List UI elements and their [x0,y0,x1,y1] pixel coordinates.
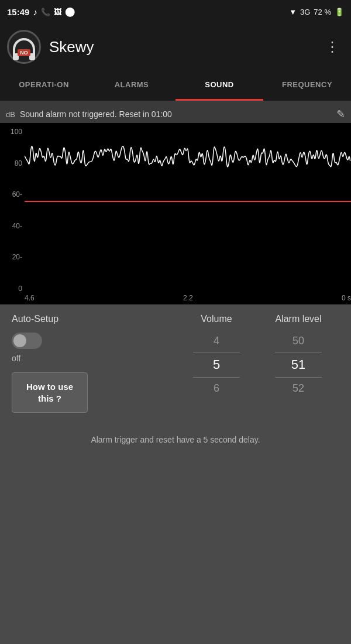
waveform-canvas [25,123,351,293]
volume-value-6: 6 [199,382,234,395]
alarm-level-divider-bottom [275,377,322,378]
y-label-80: 80 [15,159,22,167]
how-to-use-button[interactable]: How to use this ? [12,372,88,413]
tabs: OPERATI-ON ALARMS SOUND FREQUENCY [0,70,351,101]
x-label-4-6: 4.6 [25,294,35,303]
chart-status-text: Sound alarm not triggered. Reset in 01:0… [20,109,332,119]
y-label-60: 60- [12,190,22,198]
alarm-level-row-above: 50 [257,335,339,347]
chart-db-label: dB [6,110,15,119]
time-display: 15:49 [7,7,29,17]
volume-divider-top [193,352,240,352]
y-label-40: 40- [12,222,22,230]
x-label-2-2: 2.2 [183,294,193,303]
y-label-20: 20- [12,253,22,261]
alarm-level-value-50: 50 [281,335,316,347]
battery-icon: 🔋 [335,8,344,16]
chart-header: dB Sound alarm not triggered. Reset in 0… [0,105,351,123]
chart-y-axis: 100 80 60- 40- 20- 0 [0,123,25,304]
toggle-thumb [13,334,26,347]
battery-label: 72 % [314,8,331,16]
phone-icon: 📞 [41,8,50,16]
volume-row-below: 6 [176,382,257,395]
image-icon: 🖼 [54,8,61,16]
status-bar: 15:49 ♪ 📞 🖼 ⬤ ▼ 3G 72 % 🔋 [0,0,351,23]
chart-canvas-area: 4.6 2.2 0 s [25,123,351,304]
status-right: ▼ 3G 72 % 🔋 [289,8,344,16]
alarm-level-row-below: 52 [257,382,339,395]
signal-label: 3G [300,8,310,16]
menu-button[interactable]: ⋮ [321,36,344,57]
volume-header: Volume [201,314,232,324]
alarm-level-header: Alarm level [275,314,321,324]
main-content: dB Sound alarm not triggered. Reset in 0… [0,101,351,458]
volume-divider-bottom [193,377,240,378]
auto-setup-toggle[interactable] [12,333,42,349]
app-logo: NO [7,30,41,64]
music-icon: ♪ [33,7,37,17]
alarm-level-value-52: 52 [281,382,316,395]
alarm-level-col: Alarm level 50 51 52 [257,314,339,397]
app-title: Skewy [49,38,312,56]
tab-sound[interactable]: SOUND [176,70,263,101]
chart-area: 100 80 60- 40- 20- 0 4.6 2.2 0 s [0,123,351,304]
volume-row-above: 4 [176,335,257,347]
chart-x-axis: 4.6 2.2 0 s [25,293,351,304]
controls-section: Auto-Setup off How to use this ? Volume … [0,304,351,422]
auto-setup-col: Auto-Setup off How to use this ? [12,314,176,413]
chart-edit-icon[interactable]: ✎ [336,108,345,121]
controls-row: Auto-Setup off How to use this ? Volume … [12,314,339,413]
logo-badge: NO [18,49,30,56]
auto-setup-label: Auto-Setup [12,314,176,324]
tab-alarms[interactable]: ALARMS [88,70,176,101]
app-bar: NO Skewy ⋮ [0,23,351,70]
alarm-level-divider-top [275,352,322,352]
circle-icon: ⬤ [65,6,75,17]
tab-operation[interactable]: OPERATI-ON [0,70,88,101]
chart-container: dB Sound alarm not triggered. Reset in 0… [0,101,351,304]
volume-row-active: 5 [176,357,257,372]
y-label-100: 100 [11,128,22,136]
wifi-icon: ▼ [289,8,297,16]
footer-note: Alarm trigger and reset have a 5 second … [0,422,351,458]
alarm-level-value-51[interactable]: 51 [281,357,316,372]
volume-value-5[interactable]: 5 [199,357,234,372]
status-left: 15:49 ♪ 📞 🖼 ⬤ [7,6,75,17]
toggle-state-label: off [12,354,176,363]
tab-frequency[interactable]: FREQUENCY [263,70,351,101]
alarm-level-row-active: 51 [257,357,339,372]
y-label-0: 0 [18,285,22,293]
volume-col: Volume 4 5 6 [176,314,257,397]
volume-value-4: 4 [199,335,234,347]
x-label-0: 0 s [342,294,351,303]
